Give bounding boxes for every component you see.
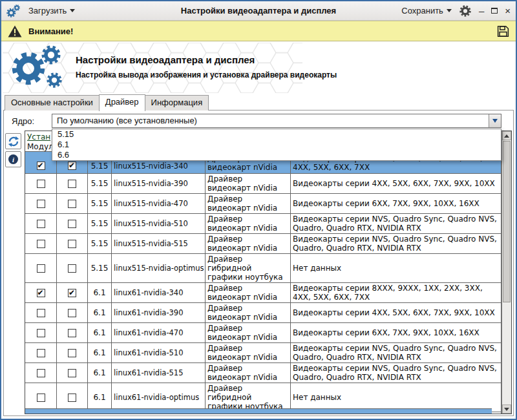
kernel-option[interactable]: 5.15 [52, 129, 501, 140]
scrollbar-thumb[interactable] [503, 141, 511, 302]
save-file-icon[interactable] [496, 25, 510, 38]
loaded-checkbox[interactable] [68, 220, 76, 228]
cell-installed[interactable] [25, 343, 57, 362]
installed-checkbox[interactable] [37, 180, 45, 188]
installed-checkbox[interactable] [37, 349, 45, 357]
driver-table-row[interactable]: 5.15linux515-nvidia-510Драйвер видеокарт… [25, 214, 501, 234]
settings-gear-icon[interactable] [459, 5, 471, 17]
cell-loaded[interactable] [57, 174, 88, 193]
driver-table-row[interactable]: 6.1linux61-nvidia-515Драйвер видеокарт n… [25, 363, 501, 383]
cell-cards: Видеокарты серии 4XX, 5XX, 6XX, 7XX, 9XX… [291, 174, 501, 193]
warning-triangle-icon [7, 25, 23, 38]
column-header-installed[interactable]: Устан [27, 132, 50, 142]
kernel-combobox[interactable]: По умолчанию (все установленные) [52, 114, 501, 128]
tab-0[interactable]: Основные настройки [5, 95, 100, 110]
installed-checkbox[interactable] [37, 329, 45, 337]
driver-table-row[interactable]: 6.1linux61-nvidia-510Драйвер видеокарт n… [25, 343, 501, 363]
driver-table-row[interactable]: 5.15linux515-nvidia-470Драйвер видеокарт… [25, 194, 501, 214]
tab-1[interactable]: Драйвер [99, 94, 145, 111]
loaded-checkbox[interactable] [68, 369, 76, 377]
cell-installed[interactable] [25, 194, 57, 213]
loaded-checkbox[interactable] [68, 264, 76, 273]
info-button[interactable]: i [5, 151, 21, 167]
installed-checkbox[interactable] [37, 369, 45, 377]
tab-2[interactable]: Информация [145, 95, 209, 110]
cell-loaded[interactable] [57, 343, 88, 362]
tab-bar: Основные настройкиДрайверИнформация [5, 94, 208, 110]
cell-installed[interactable] [25, 363, 57, 383]
cell-installed[interactable] [25, 383, 57, 412]
cell-loaded[interactable] [57, 234, 88, 253]
cell-driver: Драйвер видеокарт nVidia [206, 323, 291, 342]
page-subtitle: Настройка вывода изображения и установка… [76, 70, 337, 79]
kernel-option[interactable]: 6.1 [52, 140, 501, 150]
cell-installed[interactable] [25, 214, 57, 233]
loaded-checkbox[interactable] [68, 349, 76, 357]
cell-loaded[interactable] [57, 254, 88, 282]
loaded-checkbox[interactable] [68, 162, 76, 170]
cell-cards: Нет данных [291, 383, 501, 412]
loaded-checkbox[interactable] [68, 200, 76, 208]
app-gears-icon [6, 4, 21, 18]
cell-loaded[interactable] [57, 363, 88, 383]
column-header-module[interactable]: Модул [27, 142, 54, 151]
header-gears-icon [12, 44, 76, 89]
driver-table-row[interactable]: 6.1linux61-nvidia-470Драйвер видеокарт n… [25, 323, 501, 343]
loaded-checkbox[interactable] [68, 180, 76, 188]
cell-loaded[interactable] [57, 214, 88, 233]
loaded-checkbox[interactable] [68, 329, 76, 337]
installed-checkbox[interactable] [37, 309, 45, 317]
loaded-checkbox[interactable] [68, 289, 76, 297]
loaded-checkbox[interactable] [68, 309, 76, 317]
cell-kernel: 6.1 [88, 383, 112, 412]
cell-kernel: 6.1 [88, 283, 112, 302]
cell-loaded[interactable] [57, 303, 88, 322]
driver-table-row[interactable]: 6.1linux61-nvidia-340Драйвер видеокарт n… [25, 283, 501, 303]
cell-module: linux61-nvidia-470 [112, 323, 206, 342]
installed-checkbox[interactable] [37, 162, 45, 170]
cell-kernel: 5.15 [88, 214, 112, 233]
cell-installed[interactable] [25, 254, 57, 282]
cell-loaded[interactable] [57, 383, 88, 412]
installed-checkbox[interactable] [37, 200, 45, 208]
cell-loaded[interactable] [57, 194, 88, 213]
close-button[interactable]: × [505, 6, 511, 16]
cell-module: linux61-nvidia-optimus [112, 383, 206, 412]
cell-installed[interactable] [25, 174, 57, 193]
installed-checkbox[interactable] [37, 220, 45, 228]
installed-checkbox[interactable] [37, 289, 45, 297]
app-window: Загрузить Настройки видеоадаптера и дисп… [0, 0, 517, 420]
cell-cards: Видеокарты серии NVS, Quadro Sync, Quadr… [291, 214, 501, 233]
save-button[interactable]: Сохранить [399, 5, 454, 17]
driver-table-row[interactable]: 5.15linux515-nvidia-optimusДрайвер гибри… [25, 254, 501, 283]
cell-installed[interactable] [25, 234, 57, 253]
installed-checkbox[interactable] [37, 240, 45, 248]
maximize-button[interactable] [491, 8, 498, 14]
cell-installed[interactable] [25, 323, 57, 342]
loaded-checkbox[interactable] [68, 394, 76, 402]
kernel-label: Ядро: [12, 116, 34, 126]
minimize-button[interactable]: – [479, 6, 484, 16]
kernel-combobox-arrow[interactable] [489, 114, 501, 127]
kernel-option[interactable]: 6.6 [52, 150, 501, 160]
driver-table-row[interactable]: 5.15linux515-nvidia-515Драйвер видеокарт… [25, 234, 501, 254]
cell-cards: Видеокарты серии NVS, Quadro Sync, Quadr… [291, 363, 501, 383]
driver-table-row[interactable]: 6.1linux61-nvidia-390Драйвер видеокарт n… [25, 303, 501, 323]
cell-loaded[interactable] [57, 283, 88, 302]
driver-table: Устан Модул 5.15linux515-nvidia-340Драйв… [25, 131, 512, 414]
cell-module: linux515-nvidia-510 [112, 214, 206, 233]
load-button[interactable]: Загрузить [26, 5, 78, 17]
scroll-down-button[interactable] [502, 404, 511, 414]
vertical-scrollbar[interactable] [501, 131, 511, 414]
cell-installed[interactable] [25, 283, 57, 302]
installed-checkbox[interactable] [37, 264, 45, 273]
partial-selected-row[interactable] [25, 408, 492, 414]
cell-installed[interactable] [25, 303, 57, 322]
installed-checkbox[interactable] [37, 394, 45, 402]
loaded-checkbox[interactable] [68, 240, 76, 248]
load-button-label: Загрузить [28, 6, 67, 16]
refresh-button[interactable] [5, 133, 21, 149]
cell-loaded[interactable] [57, 323, 88, 342]
driver-table-row[interactable]: 5.15linux515-nvidia-390Драйвер видеокарт… [25, 174, 501, 194]
scroll-up-button[interactable] [502, 131, 511, 140]
